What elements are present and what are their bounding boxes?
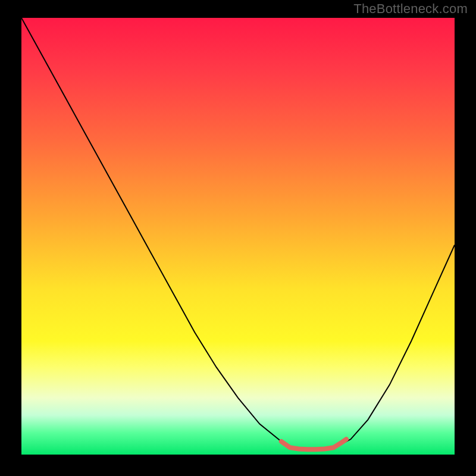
bottleneck-curve-path <box>21 18 455 449</box>
watermark-text: TheBottleneck.com <box>353 1 468 17</box>
bottom-marker-path <box>281 439 346 449</box>
plot-area <box>21 18 455 455</box>
chart-frame: TheBottleneck.com <box>0 0 476 476</box>
curve-layer <box>21 18 455 455</box>
